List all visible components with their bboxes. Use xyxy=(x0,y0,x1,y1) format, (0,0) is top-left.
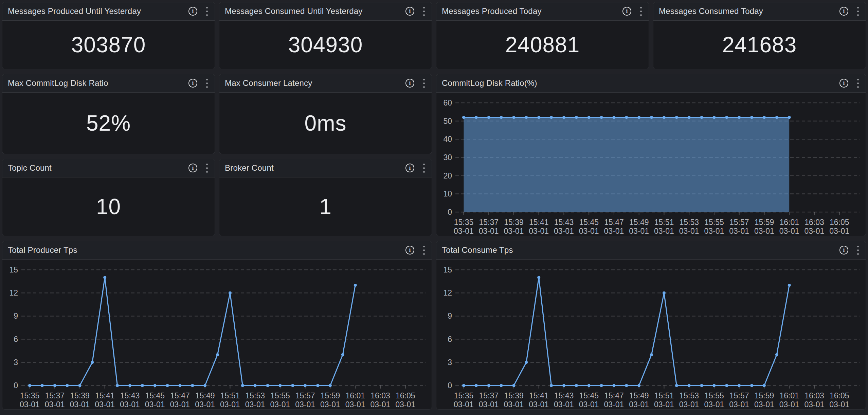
info-icon[interactable]: i xyxy=(622,7,631,16)
svg-text:03-01: 03-01 xyxy=(729,400,749,409)
total-consume-tps-chart[interactable]: 0369121515:3503-0115:3703-0115:3903-0115… xyxy=(436,260,866,409)
svg-text:15:55: 15:55 xyxy=(704,391,724,400)
panel-title[interactable]: Messages Produced Until Yesterday xyxy=(8,6,188,16)
svg-text:03-01: 03-01 xyxy=(654,227,674,235)
info-icon[interactable]: i xyxy=(405,79,414,88)
svg-text:03-01: 03-01 xyxy=(529,227,549,235)
svg-text:15:45: 15:45 xyxy=(579,218,599,227)
svg-text:15:53: 15:53 xyxy=(679,391,699,400)
panel-title[interactable]: CommitLog Disk Ratio(%) xyxy=(442,78,839,88)
svg-text:12: 12 xyxy=(9,288,18,297)
svg-text:40: 40 xyxy=(443,135,452,144)
chart-panel-total-producer-tps: Total Producer Tps i 0369121515:3503-011… xyxy=(2,241,432,410)
svg-text:03-01: 03-01 xyxy=(779,227,799,235)
stat-value: 1 xyxy=(319,194,332,219)
stat-body: 303870 xyxy=(2,21,215,69)
chart-body: 0369121515:3503-0115:3703-0115:3903-0115… xyxy=(2,260,432,409)
svg-text:16:05: 16:05 xyxy=(396,391,415,400)
svg-text:03-01: 03-01 xyxy=(295,400,315,409)
svg-text:03-01: 03-01 xyxy=(679,227,699,235)
panel-title[interactable]: Total Producer Tps xyxy=(8,245,405,255)
svg-text:15:47: 15:47 xyxy=(604,218,624,227)
stat-body: 304930 xyxy=(219,21,432,69)
panel-title[interactable]: Max CommitLog Disk Ratio xyxy=(8,78,188,88)
info-icon[interactable]: i xyxy=(188,164,197,172)
panel-menu-icon[interactable] xyxy=(639,6,643,17)
svg-text:03-01: 03-01 xyxy=(779,400,799,409)
panel-menu-icon[interactable] xyxy=(422,6,426,17)
panel-title[interactable]: Total Consume Tps xyxy=(442,245,839,255)
panel-menu-icon[interactable] xyxy=(856,6,860,17)
panel-title[interactable]: Broker Count xyxy=(225,163,405,173)
stat-body: 1 xyxy=(219,177,432,236)
info-icon[interactable]: i xyxy=(188,7,197,16)
svg-text:15:59: 15:59 xyxy=(321,391,340,400)
svg-text:15:59: 15:59 xyxy=(755,218,774,227)
panel-title[interactable]: Topic Count xyxy=(8,163,188,173)
info-icon[interactable]: i xyxy=(839,7,848,16)
svg-text:0: 0 xyxy=(448,381,452,390)
svg-text:3: 3 xyxy=(448,358,452,367)
svg-text:15:37: 15:37 xyxy=(479,218,499,227)
svg-text:9: 9 xyxy=(448,312,452,320)
info-icon[interactable]: i xyxy=(188,79,197,88)
chart-body: 010203040506015:3503-0115:3703-0115:3903… xyxy=(436,93,866,236)
stat-panel-messages-produced-today: Messages Produced Today i 240881 xyxy=(436,2,649,69)
commitlog-disk-ratio-chart[interactable]: 010203040506015:3503-0115:3703-0115:3903… xyxy=(436,93,866,236)
svg-text:15:57: 15:57 xyxy=(295,391,315,400)
info-icon[interactable]: i xyxy=(405,164,414,172)
svg-text:20: 20 xyxy=(443,171,452,180)
svg-text:15:51: 15:51 xyxy=(654,391,674,400)
stat-body: 52% xyxy=(2,93,215,154)
panel-menu-icon[interactable] xyxy=(422,245,426,256)
stat-panel-messages-consumed-until-yesterday: Messages Consumed Until Yesterday i 3049… xyxy=(219,2,432,69)
info-icon[interactable]: i xyxy=(839,246,848,254)
svg-text:15:35: 15:35 xyxy=(20,391,40,400)
panel-menu-icon[interactable] xyxy=(205,78,209,89)
svg-text:16:05: 16:05 xyxy=(830,218,849,227)
info-icon[interactable]: i xyxy=(839,79,848,88)
svg-text:03-01: 03-01 xyxy=(504,227,524,235)
svg-text:15:49: 15:49 xyxy=(629,391,649,400)
stat-panel-max-commitlog-disk-ratio: Max CommitLog Disk Ratio i 52% xyxy=(2,74,215,154)
panel-menu-icon[interactable] xyxy=(205,163,209,173)
info-icon[interactable]: i xyxy=(405,7,414,16)
panel-menu-icon[interactable] xyxy=(422,78,426,89)
panel-header: Messages Produced Until Yesterday i xyxy=(2,2,215,21)
dashboard: Messages Produced Until Yesterday i 3038… xyxy=(0,0,868,410)
svg-text:15:49: 15:49 xyxy=(195,391,215,400)
panel-menu-icon[interactable] xyxy=(422,163,426,173)
panel-title[interactable]: Messages Consumed Today xyxy=(659,6,839,16)
svg-text:03-01: 03-01 xyxy=(245,400,265,409)
svg-text:15:39: 15:39 xyxy=(504,218,524,227)
svg-text:15:45: 15:45 xyxy=(579,391,599,400)
svg-text:30: 30 xyxy=(443,153,452,162)
svg-text:03-01: 03-01 xyxy=(120,400,140,409)
stat-panel-topic-count: Topic Count i 10 xyxy=(2,159,215,236)
svg-text:16:03: 16:03 xyxy=(804,218,824,227)
svg-text:16:03: 16:03 xyxy=(804,391,824,400)
panel-title[interactable]: Messages Produced Today xyxy=(442,6,622,16)
stat-body: 240881 xyxy=(436,21,649,69)
panel-title[interactable]: Max Consumer Latency xyxy=(225,78,405,88)
info-icon[interactable]: i xyxy=(405,246,414,254)
panel-header: Topic Count i xyxy=(2,159,215,177)
stat-value: 0ms xyxy=(305,111,347,136)
stat-value: 303870 xyxy=(71,32,146,57)
total-producer-tps-chart[interactable]: 0369121515:3503-0115:3703-0115:3903-0115… xyxy=(2,260,432,409)
svg-text:15:39: 15:39 xyxy=(70,391,90,400)
panel-header: Total Producer Tps i xyxy=(2,241,432,260)
svg-text:15:49: 15:49 xyxy=(629,218,649,227)
svg-text:15:37: 15:37 xyxy=(479,391,499,400)
panel-menu-icon[interactable] xyxy=(856,245,860,256)
panel-menu-icon[interactable] xyxy=(856,78,860,89)
svg-text:15:43: 15:43 xyxy=(120,391,140,400)
panel-title[interactable]: Messages Consumed Until Yesterday xyxy=(225,6,405,16)
panel-menu-icon[interactable] xyxy=(205,6,209,17)
svg-text:15: 15 xyxy=(443,265,452,274)
svg-text:16:01: 16:01 xyxy=(779,218,799,227)
svg-text:15:35: 15:35 xyxy=(454,218,474,227)
chart-panel-total-consume-tps: Total Consume Tps i 0369121515:3503-0115… xyxy=(436,241,866,410)
svg-text:16:01: 16:01 xyxy=(779,391,799,400)
svg-text:03-01: 03-01 xyxy=(504,400,524,409)
